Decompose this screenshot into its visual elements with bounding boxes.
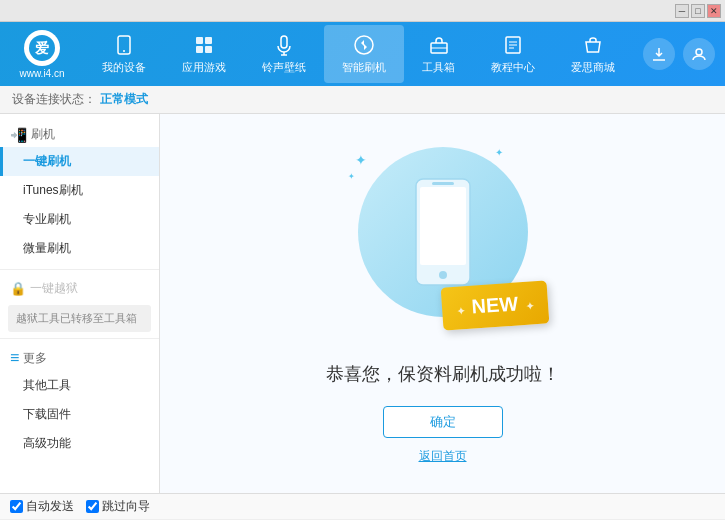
return-link[interactable]: 返回首页 xyxy=(419,448,467,465)
apple-store-icon xyxy=(581,33,605,57)
illustration: ✦ ✦ ✦ ✦ NEW ✦ xyxy=(343,142,543,342)
svg-rect-7 xyxy=(205,46,212,53)
my-device-icon xyxy=(112,33,136,57)
status-label: 设备连接状态： xyxy=(12,91,96,108)
svg-rect-6 xyxy=(196,46,203,53)
sidebar-section-more: ≡ 更多 xyxy=(0,345,159,371)
nav-ringtone[interactable]: 铃声壁纸 xyxy=(244,25,324,83)
user-btn[interactable] xyxy=(683,38,715,70)
svg-point-3 xyxy=(123,50,125,52)
svg-rect-23 xyxy=(432,182,454,185)
success-message: 恭喜您，保资料刷机成功啦！ xyxy=(326,362,560,386)
nav-bar: 我的设备 应用游戏 铃声壁纸 智能刷机 工具箱 xyxy=(84,25,633,83)
ringtone-icon xyxy=(272,33,296,57)
sidebar-item-pro-flash[interactable]: 专业刷机 xyxy=(0,205,159,234)
sidebar: 📲 刷机 一键刷机 iTunes刷机 专业刷机 微量刷机 🔒 一键越狱 越狱工具… xyxy=(0,114,160,493)
jailbreak-warning: 越狱工具已转移至工具箱 xyxy=(8,305,151,332)
logo-url: www.i4.cn xyxy=(19,68,64,79)
sidebar-section-flash: 📲 刷机 xyxy=(0,122,159,147)
phone-illustration xyxy=(408,177,478,287)
nav-my-device[interactable]: 我的设备 xyxy=(84,25,164,83)
sparkle-3: ✦ xyxy=(348,172,355,181)
nav-smart-flash[interactable]: 智能刷机 xyxy=(324,25,404,83)
title-bar: ─ □ ✕ xyxy=(0,0,725,22)
svg-rect-5 xyxy=(205,37,212,44)
skip-wizard-checkbox[interactable]: 跳过向导 xyxy=(86,498,150,515)
svg-text:爱: 爱 xyxy=(35,40,49,56)
nav-apps-games-label: 应用游戏 xyxy=(182,60,226,75)
logo-area[interactable]: 爱 www.i4.cn xyxy=(10,30,74,79)
close-btn[interactable]: ✕ xyxy=(707,4,721,18)
smart-flash-icon xyxy=(352,33,376,57)
flash-section-icon: 📲 xyxy=(10,127,27,143)
auto-send-input[interactable] xyxy=(10,500,23,513)
nav-toolbox-label: 工具箱 xyxy=(422,60,455,75)
auto-send-checkbox[interactable]: 自动发送 xyxy=(10,498,74,515)
nav-my-device-label: 我的设备 xyxy=(102,60,146,75)
flash-section-label: 刷机 xyxy=(31,126,55,143)
toolbox-icon xyxy=(427,33,451,57)
content-area: ✦ ✦ ✦ ✦ NEW ✦ 恭喜您，保资料刷机成功啦！ 确定 返回首页 xyxy=(160,114,725,493)
svg-point-22 xyxy=(439,271,447,279)
minimize-btn[interactable]: ─ xyxy=(675,4,689,18)
nav-apps-games[interactable]: 应用游戏 xyxy=(164,25,244,83)
nav-ringtone-label: 铃声壁纸 xyxy=(262,60,306,75)
sidebar-divider-2 xyxy=(0,338,159,339)
new-badge-star-right: ✦ xyxy=(525,300,534,312)
checkbox-row: 自动发送 跳过向导 xyxy=(0,494,725,520)
main-layout: 📲 刷机 一键刷机 iTunes刷机 专业刷机 微量刷机 🔒 一键越狱 越狱工具… xyxy=(0,114,725,493)
more-section-label: 更多 xyxy=(23,350,47,367)
header: 爱 www.i4.cn 我的设备 应用游戏 铃声壁纸 xyxy=(0,22,725,86)
sidebar-item-small-flash[interactable]: 微量刷机 xyxy=(0,234,159,263)
skip-wizard-input[interactable] xyxy=(86,500,99,513)
svg-point-19 xyxy=(696,49,702,55)
sparkle-2: ✦ xyxy=(495,147,503,158)
sidebar-section-jailbreak: 🔒 一键越狱 xyxy=(0,276,159,301)
auto-send-label: 自动发送 xyxy=(26,498,74,515)
header-right-icons xyxy=(643,38,715,70)
sidebar-item-itunes-flash[interactable]: iTunes刷机 xyxy=(0,176,159,205)
svg-rect-21 xyxy=(420,187,466,265)
status-value: 正常模式 xyxy=(100,91,148,108)
sidebar-divider-1 xyxy=(0,269,159,270)
apps-games-icon xyxy=(192,33,216,57)
sidebar-item-download-firmware[interactable]: 下载固件 xyxy=(0,400,159,429)
nav-toolbox[interactable]: 工具箱 xyxy=(404,25,473,83)
new-badge-star-left: ✦ xyxy=(456,305,465,317)
nav-tutorial[interactable]: 教程中心 xyxy=(473,25,553,83)
status-bar: 设备连接状态： 正常模式 xyxy=(0,86,725,114)
bottom-area: 自动发送 跳过向导 iPhone 12 mini 64GB Down-12min… xyxy=(0,493,725,523)
sidebar-item-advanced[interactable]: 高级功能 xyxy=(0,429,159,458)
svg-rect-8 xyxy=(281,36,287,48)
sparkle-1: ✦ xyxy=(355,152,367,168)
window-controls[interactable]: ─ □ ✕ xyxy=(675,4,721,18)
sidebar-item-other-tools[interactable]: 其他工具 xyxy=(0,371,159,400)
nav-tutorial-label: 教程中心 xyxy=(491,60,535,75)
nav-apple-store-label: 爱思商城 xyxy=(571,60,615,75)
confirm-button[interactable]: 确定 xyxy=(383,406,503,438)
jailbreak-section-label: 一键越狱 xyxy=(30,280,78,297)
new-badge: ✦ NEW ✦ xyxy=(440,280,549,330)
logo-icon: 爱 xyxy=(24,30,60,66)
nav-smart-flash-label: 智能刷机 xyxy=(342,60,386,75)
nav-apple-store[interactable]: 爱思商城 xyxy=(553,25,633,83)
skip-wizard-label: 跳过向导 xyxy=(102,498,150,515)
new-badge-text: NEW xyxy=(471,292,519,317)
sidebar-item-one-click-flash[interactable]: 一键刷机 xyxy=(0,147,159,176)
tutorial-icon xyxy=(501,33,525,57)
svg-rect-4 xyxy=(196,37,203,44)
lock-icon: 🔒 xyxy=(10,281,26,296)
maximize-btn[interactable]: □ xyxy=(691,4,705,18)
more-section-icon: ≡ xyxy=(10,349,19,367)
download-btn[interactable] xyxy=(643,38,675,70)
